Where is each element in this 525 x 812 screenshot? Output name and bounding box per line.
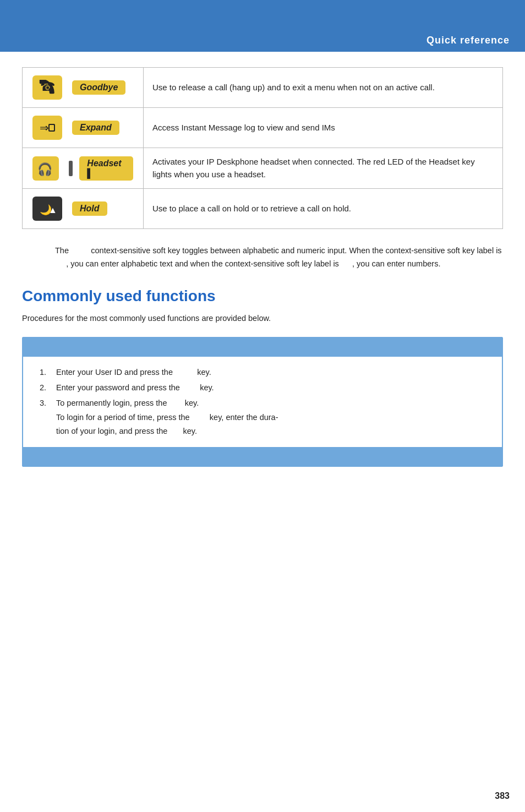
headset-key-label: Headset ▌	[79, 156, 133, 181]
desc-cell-hold: Use to place a call on hold or to retrie…	[144, 189, 503, 229]
page-title: Quick reference	[426, 35, 510, 46]
page-header: Quick reference	[0, 0, 525, 52]
headset-led-indicator	[69, 161, 73, 176]
icon-row-goodbye: ☎ Goodbye	[32, 75, 133, 100]
headset-icon: 🎧	[36, 160, 56, 177]
desc-cell-expand: Access Instant Message log to view and s…	[144, 108, 503, 148]
expand-icon-box: ⇒	[32, 116, 62, 140]
goodbye-key-label: Goodbye	[72, 80, 125, 95]
steps-list: 1. Enter your User ID and press the key.…	[40, 366, 485, 439]
svg-rect-3	[50, 125, 54, 130]
hold-key-label: Hold	[72, 201, 107, 216]
headset-icon-box: 🎧	[32, 156, 59, 181]
icon-row-headset: 🎧 Headset ▌	[32, 156, 133, 181]
section-heading: Commonly used functions	[22, 287, 503, 305]
table-row: ☎ Goodbye Use to release a call (hang up…	[23, 68, 503, 108]
section-sub-para: Procedures for the most commonly used fu…	[22, 313, 503, 325]
expand-im-icon: ⇒	[37, 119, 57, 136]
hold-icon-box: 🌙 ▲	[32, 197, 62, 221]
phone-icon: ☎	[39, 80, 56, 95]
blue-info-box: 1. Enter your User ID and press the key.…	[22, 337, 503, 467]
table-row: 🎧 Headset ▌ Activates your IP Deskphone …	[23, 148, 503, 189]
icon-cell-expand: ⇒ Expand	[23, 108, 144, 148]
expand-key-label: Expand	[72, 121, 119, 135]
icon-cell-goodbye: ☎ Goodbye	[23, 68, 144, 108]
list-item: 1. Enter your User ID and press the key.	[40, 366, 485, 379]
icon-row-expand: ⇒ Expand	[32, 116, 133, 140]
hold-icon: 🌙 ▲	[37, 200, 57, 217]
svg-text:⇒: ⇒	[40, 122, 49, 134]
toggle-para: The context-sensitive soft key toggles b…	[22, 244, 503, 271]
table-row: 🌙 ▲ Hold Use to place a call on hold or …	[23, 189, 503, 229]
icon-cell-headset: 🎧 Headset ▌	[23, 148, 144, 189]
page-number: 383	[495, 791, 510, 801]
blue-box-header	[22, 337, 503, 357]
svg-text:🎧: 🎧	[37, 162, 53, 177]
table-row: ⇒ Expand Access Instant Message log to v…	[23, 108, 503, 148]
list-item: 3. To permanently login, press the key. …	[40, 396, 485, 438]
blue-box-body: 1. Enter your User ID and press the key.…	[22, 357, 503, 448]
main-content: ☎ Goodbye Use to release a call (hang up…	[0, 52, 525, 489]
blue-box-footer	[22, 447, 503, 467]
goodbye-phone-icon-box: ☎	[32, 75, 62, 100]
reference-table: ☎ Goodbye Use to release a call (hang up…	[22, 67, 503, 229]
desc-cell-headset: Activates your IP Deskphone headset when…	[144, 148, 503, 189]
list-item: 2. Enter your password and press the key…	[40, 381, 485, 395]
icon-cell-hold: 🌙 ▲ Hold	[23, 189, 144, 229]
icon-row-hold: 🌙 ▲ Hold	[32, 197, 133, 221]
svg-text:☎: ☎	[40, 80, 55, 94]
desc-cell-goodbye: Use to release a call (hang up) and to e…	[144, 68, 503, 108]
svg-text:▲: ▲	[48, 205, 57, 215]
